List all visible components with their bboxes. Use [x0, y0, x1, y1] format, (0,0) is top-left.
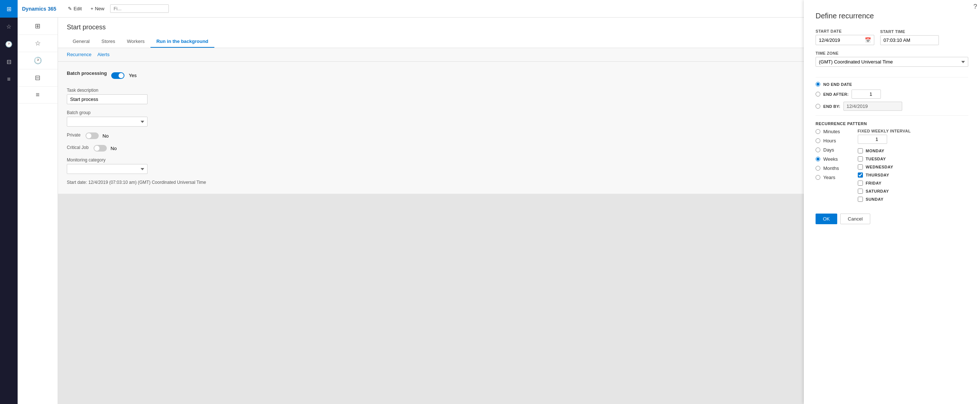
end-after-input[interactable]	[851, 89, 881, 99]
tuesday-label: TUESDAY	[866, 157, 886, 161]
recurrence-panel: Define recurrence Start date 📅 Start tim…	[804, 0, 980, 404]
wednesday-checkbox[interactable]	[858, 164, 863, 170]
recurrence-title: Define recurrence	[816, 12, 968, 20]
sidebar-icon-filter[interactable]: ⊟	[18, 69, 57, 87]
nav-grid-icon[interactable]: ⊟	[0, 53, 18, 70]
years-row: Years	[816, 175, 840, 180]
end-after-label: END AFTER:	[823, 92, 849, 97]
new-label: New	[95, 6, 104, 11]
start-time-label: Start time	[880, 29, 939, 34]
friday-checkbox[interactable]	[858, 181, 863, 186]
end-options-group: NO END DATE END AFTER: END BY:	[816, 82, 968, 111]
timezone-label: Time zone	[816, 51, 968, 56]
batch-processing-toggle[interactable]	[111, 72, 124, 79]
years-radio[interactable]	[816, 175, 820, 180]
weeks-radio[interactable]	[816, 157, 820, 161]
edit-label: Edit	[73, 6, 81, 11]
saturday-label: SATURDAY	[866, 189, 889, 193]
private-label: Private	[67, 132, 80, 138]
subtab-alerts[interactable]: Alerts	[97, 51, 110, 58]
hours-row: Hours	[816, 138, 840, 143]
nav-menu-icon[interactable]: ≡	[0, 70, 18, 88]
tuesday-checkbox[interactable]	[858, 156, 863, 161]
help-icon[interactable]: ?	[974, 3, 977, 11]
weekly-interval-row: Fixed weekly interval	[858, 129, 968, 144]
weeks-row: Weeks	[816, 156, 840, 162]
batch-processing-label: Batch processing	[67, 70, 107, 76]
critical-job-toggle-label: No	[110, 146, 117, 151]
new-icon: +	[91, 6, 94, 11]
start-time-input[interactable]	[880, 35, 939, 45]
calendar-icon[interactable]: 📅	[865, 37, 871, 43]
sidebar-icon-star[interactable]: ☆	[18, 35, 57, 52]
friday-row: FRIDAY	[858, 181, 968, 186]
no-end-date-radio[interactable]	[816, 82, 820, 87]
monday-row: MONDAY	[858, 148, 968, 153]
new-button[interactable]: + New	[88, 5, 108, 13]
sidebar-icon-home[interactable]: ⊞	[18, 17, 57, 35]
critical-job-label: Critical Job	[67, 145, 89, 150]
weekly-settings: Fixed weekly interval MONDAY TUESDAY WED…	[858, 129, 968, 202]
tab-run-background[interactable]: Run in the background	[151, 36, 214, 48]
weekly-interval-input[interactable]	[858, 135, 887, 144]
ok-button[interactable]: OK	[816, 213, 837, 224]
sunday-label: SUNDAY	[866, 197, 883, 202]
timezone-select[interactable]: (GMT) Coordinated Universal Time	[816, 57, 968, 67]
days-radio[interactable]	[816, 148, 820, 152]
months-radio[interactable]	[816, 166, 820, 171]
sunday-checkbox[interactable]	[858, 197, 863, 202]
sidebar-icon-list[interactable]: ≡	[18, 87, 57, 103]
thursday-checkbox[interactable]	[858, 172, 863, 178]
private-toggle-label: No	[102, 133, 109, 139]
end-by-radio[interactable]	[816, 104, 820, 109]
end-by-label: END BY:	[823, 104, 840, 109]
day-checkboxes: MONDAY TUESDAY WEDNESDAY THURSDAY FRIDAY	[858, 148, 968, 202]
end-after-radio[interactable]	[816, 92, 820, 97]
end-after-row: END AFTER:	[816, 89, 968, 99]
pattern-radio-col: Minutes Hours Days Weeks Months Years	[816, 129, 840, 202]
edit-icon: ✎	[68, 6, 72, 11]
tab-stores[interactable]: Stores	[95, 36, 121, 48]
hours-radio[interactable]	[816, 138, 820, 143]
nav-home-icon[interactable]: ⊞	[0, 0, 18, 17]
sidebar-icon-clock[interactable]: 🕐	[18, 52, 57, 69]
months-label: Months	[823, 165, 839, 171]
subtab-recurrence[interactable]: Recurrence	[67, 51, 91, 58]
end-by-input[interactable]	[843, 102, 902, 111]
cancel-button[interactable]: Cancel	[840, 213, 870, 224]
monitoring-category-select[interactable]	[67, 164, 148, 174]
tuesday-row: TUESDAY	[858, 156, 968, 161]
critical-job-toggle[interactable]	[94, 145, 107, 151]
months-row: Months	[816, 165, 840, 171]
nav-star-icon[interactable]: ☆	[0, 17, 18, 35]
nav-clock-icon[interactable]: 🕐	[0, 35, 18, 53]
monday-checkbox[interactable]	[858, 148, 863, 153]
search-input[interactable]	[110, 5, 169, 13]
batch-group-select[interactable]	[67, 117, 148, 127]
start-date-label: Start date	[816, 29, 874, 33]
thursday-label: THURSDAY	[866, 173, 889, 177]
friday-label: FRIDAY	[866, 181, 881, 185]
private-toggle[interactable]	[86, 132, 99, 139]
days-row: Days	[816, 147, 840, 153]
start-date-time-group: Start date 📅 Start time	[816, 29, 968, 45]
no-end-date-row: NO END DATE	[816, 82, 968, 87]
start-time-block: Start time	[880, 29, 939, 45]
start-date-input[interactable]	[819, 37, 859, 43]
action-buttons: OK Cancel	[816, 213, 968, 224]
thursday-row: THURSDAY	[858, 172, 968, 178]
wednesday-row: WEDNESDAY	[858, 164, 968, 170]
weekly-interval-label: Fixed weekly interval	[858, 129, 968, 133]
tab-workers[interactable]: Workers	[121, 36, 151, 48]
edit-button[interactable]: ✎ Edit	[65, 5, 84, 13]
task-description-input[interactable]	[67, 94, 148, 104]
brand-label: Dynamics 365	[22, 6, 56, 12]
sidebar: ⊞ ☆ 🕐 ⊟ ≡	[18, 17, 58, 404]
batch-toggle-label: Yes	[129, 73, 137, 78]
saturday-checkbox[interactable]	[858, 189, 863, 194]
start-date-input-wrapper[interactable]: 📅	[816, 35, 874, 45]
timezone-block: Time zone	[816, 51, 968, 56]
minutes-radio[interactable]	[816, 129, 820, 134]
tab-general[interactable]: General	[67, 36, 95, 48]
minutes-label: Minutes	[823, 129, 840, 134]
